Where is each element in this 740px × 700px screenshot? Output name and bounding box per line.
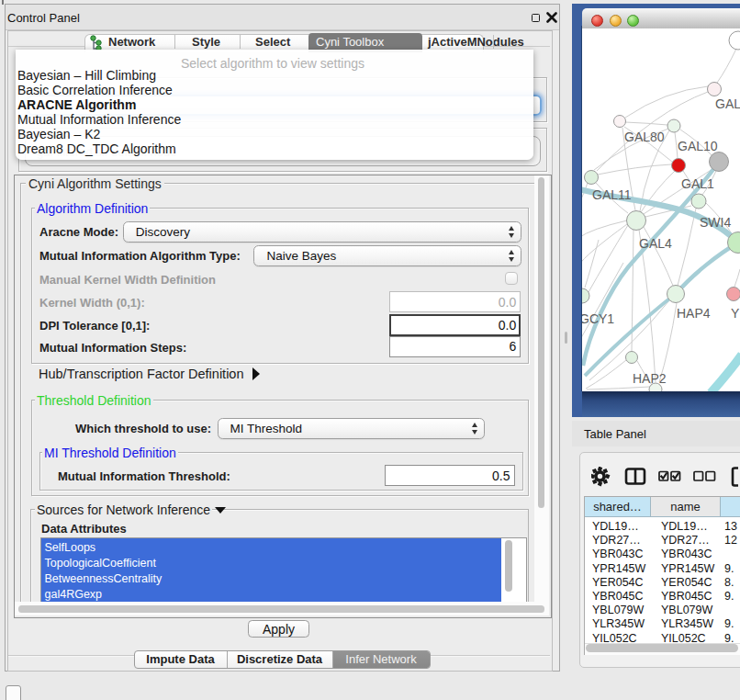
- svg-text:HAP2: HAP2: [633, 371, 667, 386]
- svg-text:GAL11: GAL11: [592, 187, 632, 202]
- svg-text:GAL1: GAL1: [681, 176, 714, 191]
- svg-text:HAP4: HAP4: [677, 306, 711, 321]
- svg-text:Y: Y: [731, 306, 740, 321]
- svg-text:GCY1: GCY1: [582, 311, 614, 326]
- svg-text:GAL7: GAL7: [715, 96, 740, 111]
- svg-text:GAL10: GAL10: [678, 139, 718, 153]
- svg-text:GAL4: GAL4: [639, 236, 672, 251]
- svg-text:GAL80: GAL80: [624, 130, 665, 144]
- svg-text:SWI4: SWI4: [700, 215, 731, 230]
